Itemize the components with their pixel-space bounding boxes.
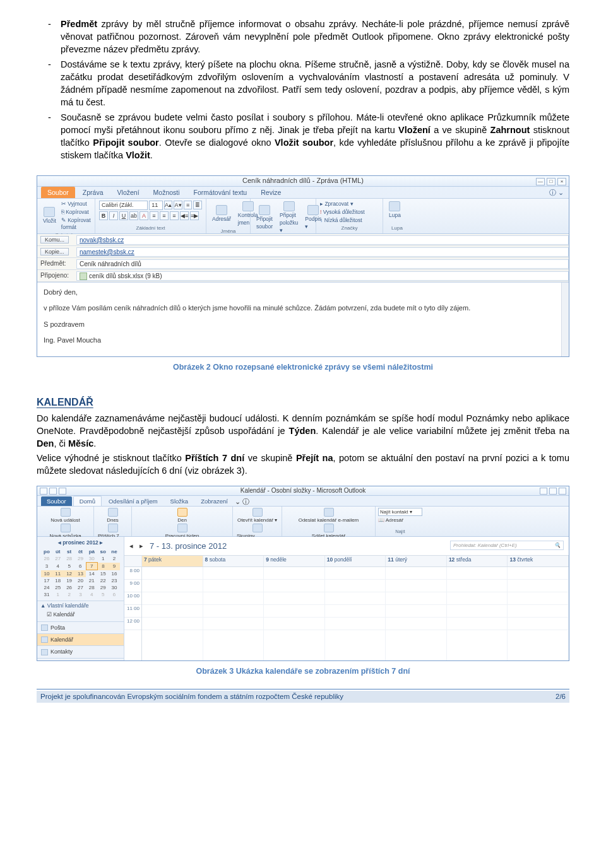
calendar-grid: ◂ ▸ 7 - 13. prosince 2012 Prohledat: Kal… <box>124 537 569 661</box>
day-header[interactable]: 10 pondělí <box>325 556 386 566</box>
cc-field[interactable]: namestek@sbsk.cz <box>76 247 569 257</box>
tab-revize[interactable]: Revize <box>254 187 287 198</box>
email-calendar-button[interactable]: Odeslat kalendář e-mailem <box>285 508 372 524</box>
time-grid[interactable] <box>142 567 569 661</box>
subject-field[interactable]: Ceník náhradních dílů <box>76 259 569 269</box>
to-button[interactable]: Komu... <box>40 236 69 243</box>
close-button[interactable]: × <box>557 178 566 185</box>
qat-undo-icon[interactable] <box>59 488 66 495</box>
followup-button[interactable]: ▸ Zpracovat ▾ <box>320 201 379 208</box>
day-view-button[interactable]: Den <box>134 508 230 524</box>
nav-next-icon[interactable]: ▸ <box>140 541 143 550</box>
cal-tab-domu[interactable]: Domů <box>73 496 102 506</box>
find-contact-input[interactable]: Najít kontakt ▾ <box>378 508 422 516</box>
page-footer: Projekt je spolufinancován Evropským soc… <box>37 689 569 703</box>
group-zoom-label: Lupa <box>387 225 407 232</box>
align-right-button[interactable]: ≡ <box>170 211 179 220</box>
align-center-button[interactable]: ≡ <box>160 211 169 220</box>
date-range-title: 7 - 13. prosince 2012 <box>150 541 227 552</box>
addressbook-button-cal[interactable]: 📖 Adresář <box>378 517 422 524</box>
font-color-button[interactable]: A <box>140 211 148 220</box>
cal-tab-folder[interactable]: Složka <box>165 496 194 506</box>
calendar-checkbox[interactable]: ☑ Kalendář <box>40 610 121 620</box>
attach-item-button[interactable]: Připojit položku ▾ <box>278 201 300 235</box>
body-scrollbar[interactable] <box>561 283 569 356</box>
cal-titlebar: Kalendář - Osobní složky - Microsoft Out… <box>37 486 569 496</box>
zoom-button[interactable]: Lupa <box>387 201 403 220</box>
qat-icon[interactable] <box>40 488 47 495</box>
open-calendar-button[interactable]: Otevřít kalendář ▾ <box>235 508 279 524</box>
indent-dec-button[interactable]: ◀≡ <box>180 211 189 220</box>
qat-save-icon[interactable] <box>49 488 57 495</box>
window-title: Ceník náhradních dílů - Zpráva (HTML) <box>242 176 364 185</box>
search-calendar-input[interactable]: Prohledat: Kalendář (Ctrl+E)🔍 <box>450 541 564 550</box>
to-field[interactable]: novak@sbsk.cz <box>76 235 569 245</box>
day-header[interactable]: 13 čtvrtek <box>508 556 569 566</box>
mini-calendar[interactable]: ◂ prosinec 2012 ▸ poútstčtpásone 2627282… <box>37 537 124 601</box>
minimize-button[interactable]: — <box>536 178 545 185</box>
indent-inc-button[interactable]: ≡▶ <box>190 211 199 220</box>
font-name-select[interactable]: Calibri (Zákl. <box>99 201 148 209</box>
calendar-icon <box>41 636 48 643</box>
group-names-label: Jména <box>210 228 246 235</box>
cut-button[interactable]: ✂ Vyjmout <box>61 201 91 208</box>
nav-prev-icon[interactable]: ◂ <box>129 541 133 550</box>
attached-label: Připojeno: <box>37 271 76 280</box>
footer-text: Projekt je spolufinancován Evropským soc… <box>40 692 343 702</box>
bullets-button[interactable]: ≡ <box>184 201 193 209</box>
underline-button[interactable]: U <box>119 211 128 220</box>
numbering-button[interactable]: ≣ <box>193 201 202 209</box>
paste-button[interactable]: Vložit <box>41 206 58 226</box>
italic-button[interactable]: I <box>109 211 118 220</box>
cal-tab-view[interactable]: Zobrazení <box>195 496 234 506</box>
cal-tab-soubor[interactable]: Soubor <box>41 496 72 506</box>
help-icon[interactable]: ⓘ ⌄ <box>549 188 564 197</box>
align-left-button[interactable]: ≡ <box>150 211 158 220</box>
low-importance-button[interactable]: ↓ Nízká důležitost <box>320 217 379 225</box>
day-header[interactable]: 9 neděle <box>264 556 325 566</box>
cal-close-button[interactable] <box>559 488 566 495</box>
ribbon-tabs: Soubor Zpráva Vložení Možnosti Formátová… <box>37 187 569 199</box>
tab-zprava[interactable]: Zpráva <box>76 187 110 198</box>
day-header[interactable]: 12 středa <box>447 556 508 566</box>
cal-ribbon-tabs: Soubor Domů Odesílání a příjem Složka Zo… <box>37 496 569 507</box>
day-header[interactable]: 11 úterý <box>386 556 447 566</box>
day-headers: 7 pátek 8 sobota 9 neděle 10 pondělí 11 … <box>124 556 569 567</box>
cal-tab-sendreceive[interactable]: Odesílání a příjem <box>103 496 163 506</box>
nav-calendar[interactable]: Kalendář <box>37 633 124 645</box>
cc-button[interactable]: Kopie... <box>40 248 69 255</box>
bold-button[interactable]: B <box>99 211 108 220</box>
attachment-field[interactable]: ceník dílů sbsk.xlsx (9 kB) <box>76 271 569 281</box>
font-size-select[interactable]: 11 <box>149 201 162 209</box>
cal-minimize-button[interactable] <box>540 488 547 495</box>
attach-file-button[interactable]: Připojit soubor <box>254 204 275 231</box>
bullet-list: Předmět zprávy by měl stručně příjemce i… <box>48 18 569 161</box>
tab-soubor[interactable]: Soubor <box>41 187 75 198</box>
group-font-label: Základní text <box>99 225 202 232</box>
new-appointment-button[interactable]: Nová událost <box>40 508 91 524</box>
format-painter-button[interactable]: ✎ Kopírovat formát <box>61 217 91 232</box>
maximize-button[interactable]: □ <box>547 178 556 185</box>
cal-help-icon[interactable]: ⌄ ⓘ <box>235 497 249 506</box>
high-importance-button[interactable]: ! Vysoká důležitost <box>320 209 379 216</box>
grow-font-button[interactable]: A▴ <box>164 201 173 209</box>
addressbook-button[interactable]: Adresář <box>210 204 233 224</box>
window-titlebar: Ceník náhradních dílů - Zpráva (HTML) — … <box>37 176 569 187</box>
copy-button[interactable]: ⎘ Kopírovat <box>61 209 91 216</box>
cal-maximize-button[interactable] <box>549 488 557 495</box>
highlight-button[interactable]: ab <box>129 211 138 220</box>
message-body[interactable]: Dobrý den, v příloze Vám posílám ceník n… <box>37 283 569 356</box>
nav-mail[interactable]: Pošta <box>37 621 124 633</box>
tab-format[interactable]: Formátování textu <box>187 187 254 198</box>
today-button[interactable]: Dnes <box>97 508 129 524</box>
ribbon: Vložit ✂ Vyjmout ⎘ Kopírovat ✎ Kopírovat… <box>37 199 569 234</box>
tab-vlozeni[interactable]: Vložení <box>111 187 146 198</box>
day-header[interactable]: 7 pátek <box>142 556 203 566</box>
nav-contacts[interactable]: Kontakty <box>37 645 124 657</box>
group-tags-label: Značky <box>320 225 379 232</box>
tab-moznosti[interactable]: Možnosti <box>147 187 186 198</box>
my-calendars-header[interactable]: ▲ Vlastní kalendáře <box>40 602 121 610</box>
day-header[interactable]: 8 sobota <box>203 556 264 566</box>
nav-tasks[interactable]: Úkoly <box>37 658 124 662</box>
shrink-font-button[interactable]: A▾ <box>174 201 182 209</box>
